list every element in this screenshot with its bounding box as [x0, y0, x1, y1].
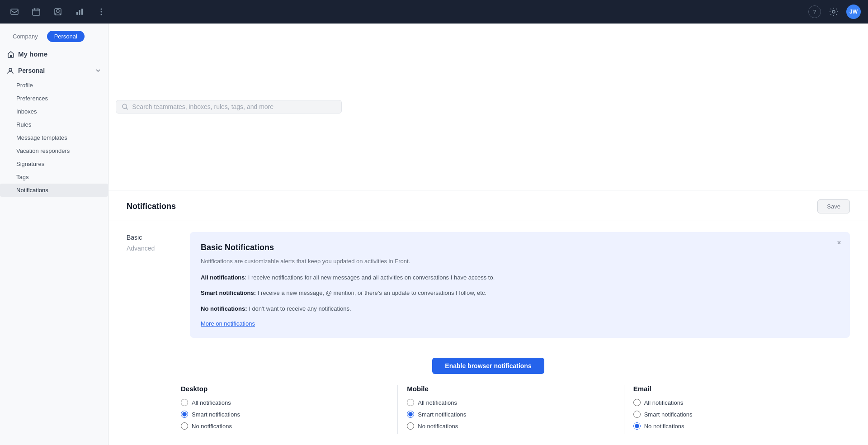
- enable-browser-button[interactable]: Enable browser notifications: [432, 358, 544, 374]
- mobile-channel: Mobile All notifications Smart notificat…: [398, 385, 624, 434]
- mobile-smart-radio-row: Smart notifications: [407, 411, 614, 418]
- contact-icon[interactable]: [51, 5, 65, 19]
- sidebar-subitems: Profile Preferences Inboxes Rules Messag…: [0, 79, 108, 197]
- calendar-icon[interactable]: [29, 5, 43, 19]
- mobile-smart-radio[interactable]: [407, 411, 414, 418]
- info-box-row-none: No notifications: I don't want to receiv…: [201, 304, 839, 314]
- svg-point-10: [832, 10, 835, 13]
- content-area: Notifications Save Basic Advanced × Basi…: [108, 24, 868, 445]
- desktop-smart-radio[interactable]: [181, 411, 188, 418]
- chevron-down-icon: [95, 68, 101, 73]
- home-label: My home: [18, 50, 47, 58]
- sidebar: Company Personal My home Personal: [0, 24, 108, 445]
- info-box-row-smart: Smart notifications: I receive a new mes…: [201, 289, 839, 298]
- info-box-row-smart-text: I receive a new message, @ mention, or t…: [256, 289, 486, 296]
- page-body: Basic Advanced × Basic Notifications Not…: [108, 221, 868, 349]
- person-icon: [7, 68, 14, 74]
- topnav-right: ? JW: [808, 5, 861, 19]
- info-box-row-all-bold: All notifications: [201, 274, 245, 281]
- sidebar-item-signatures[interactable]: Signatures: [0, 157, 108, 170]
- chart-icon[interactable]: [72, 5, 87, 19]
- left-nav-advanced[interactable]: Advanced: [127, 243, 172, 254]
- home-icon: [7, 51, 14, 58]
- email-none-radio[interactable]: [633, 422, 641, 430]
- help-icon[interactable]: ?: [808, 5, 821, 18]
- email-none-label: No notifications: [644, 423, 684, 430]
- sidebar-item-message-templates[interactable]: Message templates: [0, 131, 108, 144]
- svg-point-7: [101, 9, 102, 10]
- personal-tab[interactable]: Personal: [47, 31, 85, 42]
- email-none-radio-row: No notifications: [633, 422, 841, 430]
- sidebar-item-profile[interactable]: Profile: [0, 79, 108, 92]
- top-bar: [108, 24, 868, 190]
- desktop-all-radio[interactable]: [181, 399, 188, 406]
- info-box-description: Notifications are customizable alerts th…: [201, 257, 839, 266]
- sidebar-item-rules[interactable]: Rules: [0, 118, 108, 131]
- svg-rect-6: [81, 9, 83, 15]
- sidebar-item-notifications[interactable]: Notifications: [0, 184, 108, 197]
- sidebar-item-preferences[interactable]: Preferences: [0, 92, 108, 105]
- svg-rect-5: [79, 10, 80, 15]
- desktop-all-radio-row: All notifications: [181, 399, 388, 406]
- info-box-row-smart-bold: Smart notifications:: [201, 289, 256, 296]
- desktop-title: Desktop: [181, 385, 388, 393]
- mobile-all-radio[interactable]: [407, 399, 414, 406]
- email-smart-label: Smart notifications: [644, 411, 693, 418]
- notification-channels: Desktop All notifications Smart notifica…: [108, 378, 868, 445]
- desktop-channel: Desktop All notifications Smart notifica…: [172, 385, 398, 434]
- tab-group: Company Personal: [0, 27, 108, 46]
- info-box: × Basic Notifications Notifications are …: [190, 232, 850, 338]
- svg-point-12: [9, 68, 12, 71]
- more-notifications-link[interactable]: More on notifications: [201, 320, 839, 327]
- svg-point-9: [101, 14, 102, 15]
- more-icon[interactable]: [94, 5, 108, 19]
- mobile-none-radio-row: No notifications: [407, 422, 614, 430]
- email-channel: Email All notifications Smart notificati…: [624, 385, 850, 434]
- svg-point-8: [101, 11, 102, 13]
- desktop-none-radio-row: No notifications: [181, 422, 388, 430]
- email-smart-radio-row: Smart notifications: [633, 411, 841, 418]
- topnav: ? JW: [0, 0, 868, 24]
- svg-rect-1: [33, 9, 40, 15]
- save-button[interactable]: Save: [817, 199, 850, 213]
- search-wrap: [116, 100, 342, 114]
- mobile-all-radio-row: All notifications: [407, 399, 614, 406]
- sidebar-item-home[interactable]: My home: [0, 46, 108, 62]
- inbox-icon[interactable]: [7, 5, 22, 19]
- personal-group-label: Personal: [7, 67, 45, 74]
- desktop-none-radio[interactable]: [181, 422, 188, 430]
- search-icon: [122, 103, 128, 110]
- sidebar-item-inboxes[interactable]: Inboxes: [0, 105, 108, 118]
- email-all-radio-row: All notifications: [633, 399, 841, 406]
- desktop-smart-label: Smart notifications: [192, 411, 240, 418]
- email-all-radio[interactable]: [633, 399, 641, 406]
- main-layout: Company Personal My home Personal: [0, 24, 868, 445]
- svg-rect-0: [11, 9, 18, 14]
- enable-browser-section: Enable browser notifications: [108, 349, 868, 378]
- desktop-all-label: All notifications: [192, 399, 231, 406]
- sidebar-item-tags[interactable]: Tags: [0, 170, 108, 184]
- mobile-none-radio[interactable]: [407, 422, 414, 430]
- info-box-close-button[interactable]: ×: [834, 237, 844, 248]
- mobile-all-label: All notifications: [418, 399, 457, 406]
- mobile-none-label: No notifications: [418, 423, 458, 430]
- settings-icon[interactable]: [826, 5, 841, 19]
- search-input[interactable]: [132, 103, 336, 110]
- desktop-smart-radio-row: Smart notifications: [181, 411, 388, 418]
- info-box-row-none-bold: No notifications:: [201, 305, 247, 312]
- page-title: Notifications: [127, 202, 176, 211]
- email-smart-radio[interactable]: [633, 411, 641, 418]
- avatar[interactable]: JW: [846, 5, 861, 19]
- left-nav-basic[interactable]: Basic: [127, 232, 172, 243]
- personal-group-header[interactable]: Personal: [0, 62, 108, 79]
- mobile-title: Mobile: [407, 385, 614, 393]
- desktop-none-label: No notifications: [192, 423, 232, 430]
- email-title: Email: [633, 385, 841, 393]
- company-tab[interactable]: Company: [5, 31, 45, 42]
- info-box-row-none-text: I don't want to receive any notification…: [247, 305, 351, 312]
- left-nav: Basic Advanced: [127, 232, 172, 338]
- info-box-title: Basic Notifications: [201, 243, 839, 252]
- sidebar-item-vacation-responders[interactable]: Vacation responders: [0, 144, 108, 157]
- email-all-label: All notifications: [644, 399, 684, 406]
- page-header: Notifications Save: [108, 190, 868, 221]
